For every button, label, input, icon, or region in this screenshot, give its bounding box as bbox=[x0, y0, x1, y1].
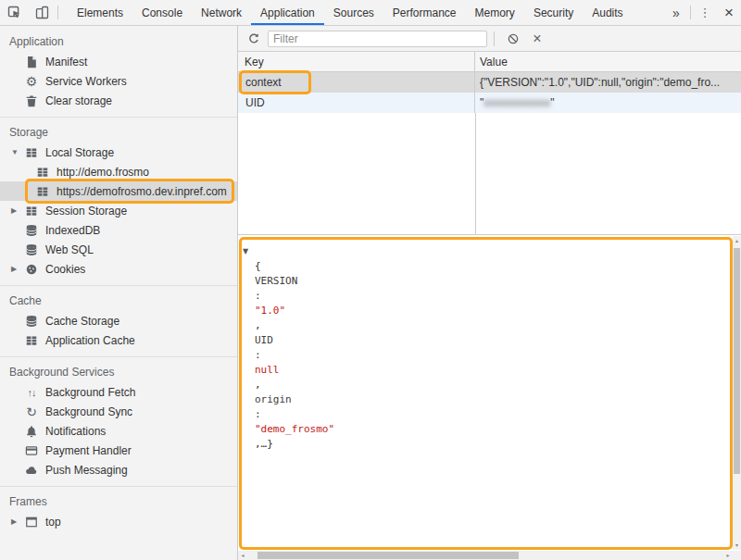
sidebar-item-session-storage[interactable]: ▶Session Storage bbox=[0, 201, 237, 220]
devtools-menu-kebab-icon[interactable]: ⋮ bbox=[693, 0, 717, 25]
devtools-window: ElementsConsoleNetworkApplicationSources… bbox=[0, 0, 741, 560]
cell-key: UID bbox=[238, 93, 475, 113]
tab-console[interactable]: Console bbox=[132, 0, 192, 25]
sidebar-item-label: Background Fetch bbox=[45, 386, 135, 399]
tab-sources[interactable]: Sources bbox=[324, 0, 383, 25]
scroll-down-icon[interactable]: ▾ bbox=[733, 541, 741, 550]
blurred-value: xxxxxxxxxxxx bbox=[484, 96, 550, 109]
sidebar-item-label: IndexedDB bbox=[45, 224, 100, 237]
storage-toolbar: × bbox=[238, 26, 741, 52]
vertical-scroll-thumb[interactable] bbox=[734, 248, 740, 474]
horizontal-scroll-thumb[interactable] bbox=[257, 552, 519, 559]
sidebar-section-background-services: Background Services↑↓Background Fetch↻Ba… bbox=[0, 356, 237, 486]
database-icon bbox=[24, 243, 39, 257]
tree-token: { bbox=[255, 259, 733, 274]
tab-memory[interactable]: Memory bbox=[466, 0, 524, 25]
column-divider[interactable] bbox=[475, 113, 476, 234]
sidebar-item-label: Clear storage bbox=[45, 94, 112, 107]
trash-icon bbox=[24, 93, 39, 108]
devtools-tabbar: ElementsConsoleNetworkApplicationSources… bbox=[0, 0, 741, 26]
tab-audits[interactable]: Audits bbox=[583, 0, 632, 25]
tree-token: , bbox=[255, 378, 733, 392]
clear-all-icon[interactable] bbox=[501, 28, 525, 50]
tab-elements[interactable]: Elements bbox=[68, 0, 132, 25]
filter-input[interactable] bbox=[268, 31, 487, 47]
sidebar-item-cookies[interactable]: ▶Cookies bbox=[0, 259, 237, 279]
json-preview-tree: ▼{VERSION: "1.0", UID: null, origin: "de… bbox=[238, 235, 733, 551]
sidebar-item-http-demo-frosmo[interactable]: http://demo.frosmo bbox=[0, 162, 237, 181]
vertical-scrollbar[interactable]: ▴ ▾ bbox=[733, 236, 741, 550]
expander-open-icon[interactable]: ▼ bbox=[11, 148, 24, 156]
sidebar-item-https-demofrosmo-dev-inpref-com[interactable]: https://demofrosmo.dev.inpref.com bbox=[0, 181, 237, 201]
tree-token: : bbox=[255, 289, 733, 304]
sidebar-item-label: Background Sync bbox=[45, 405, 132, 418]
tree-token: origin bbox=[255, 392, 733, 407]
tab-security[interactable]: Security bbox=[524, 0, 583, 25]
sidebar-item-label: Application Cache bbox=[45, 334, 135, 347]
storage-table-header: Key Value bbox=[238, 52, 741, 72]
sidebar-item-background-sync[interactable]: ↻Background Sync bbox=[0, 402, 237, 421]
sidebar-item-manifest[interactable]: Manifest bbox=[0, 52, 237, 71]
sidebar-item-indexeddb[interactable]: IndexedDB bbox=[0, 220, 237, 240]
sidebar-item-background-fetch[interactable]: ↑↓Background Fetch bbox=[0, 382, 237, 402]
sidebar-item-label: Notifications bbox=[45, 425, 106, 438]
column-header-value[interactable]: Value bbox=[475, 52, 741, 71]
table-row-uid[interactable]: UID"xxxxxxxxxxxx" bbox=[238, 93, 741, 113]
expander-open-icon[interactable]: ▼ bbox=[243, 244, 254, 259]
column-header-key[interactable]: Key bbox=[238, 52, 475, 71]
cell-value: "xxxxxxxxxxxx" bbox=[475, 93, 741, 113]
tab-strip: ElementsConsoleNetworkApplicationSources… bbox=[68, 0, 633, 25]
scroll-left-icon[interactable]: ◂ bbox=[238, 551, 247, 560]
sidebar-item-web-sql[interactable]: Web SQL bbox=[0, 240, 237, 259]
sidebar-item-label: Cache Storage bbox=[45, 315, 119, 328]
toolbar-separator bbox=[494, 31, 495, 46]
horizontal-scrollbar[interactable]: ◂ ▸ bbox=[238, 551, 733, 560]
sidebar-item-top[interactable]: ▶top bbox=[0, 512, 237, 531]
tab-application[interactable]: Application bbox=[251, 0, 324, 25]
delete-selected-icon[interactable]: × bbox=[525, 28, 549, 50]
tab-performance[interactable]: Performance bbox=[383, 0, 466, 25]
sidebar-item-clear-storage[interactable]: Clear storage bbox=[0, 91, 237, 110]
expander-closed-icon[interactable]: ▶ bbox=[11, 206, 24, 215]
scroll-up-icon[interactable]: ▴ bbox=[733, 236, 741, 245]
sidebar-section-storage: Storage▼Local Storagehttp://demo.frosmoh… bbox=[0, 117, 237, 285]
updown-icon: ↑↓ bbox=[24, 385, 39, 400]
database-icon bbox=[24, 223, 39, 238]
table-row-context[interactable]: context{"VERSION":"1.0","UID":null,"orig… bbox=[238, 72, 741, 93]
sidebar-item-push-messaging[interactable]: Push Messaging bbox=[0, 460, 237, 479]
bell-icon bbox=[24, 424, 39, 439]
sidebar-section-title: Storage bbox=[0, 122, 237, 143]
expander-closed-icon[interactable]: ▶ bbox=[11, 265, 24, 273]
sidebar-section-title: Frames bbox=[0, 492, 237, 512]
sidebar-item-application-cache[interactable]: Application Cache bbox=[0, 330, 237, 350]
sidebar-item-service-workers[interactable]: ⚙Service Workers bbox=[0, 71, 237, 91]
sidebar-section-title: Background Services bbox=[0, 362, 237, 382]
sidebar-section-frames: Frames▶top bbox=[0, 486, 237, 538]
close-devtools-icon[interactable]: × bbox=[717, 0, 741, 25]
tree-line: ▼{VERSION: "1.0", UID: null, origin: "de… bbox=[238, 244, 733, 551]
expander-closed-icon[interactable]: ▶ bbox=[11, 517, 24, 526]
toolbar-separator bbox=[57, 6, 58, 19]
more-tabs-icon[interactable]: » bbox=[664, 0, 688, 25]
sidebar-item-local-storage[interactable]: ▼Local Storage bbox=[0, 143, 237, 162]
tab-network[interactable]: Network bbox=[192, 0, 251, 25]
scroll-right-icon[interactable]: ▸ bbox=[723, 551, 733, 560]
inspect-element-icon[interactable] bbox=[0, 0, 28, 25]
cloud-icon bbox=[24, 463, 39, 478]
sidebar-item-notifications[interactable]: Notifications bbox=[0, 421, 237, 441]
frame-icon bbox=[24, 515, 39, 529]
sidebar-item-label: Web SQL bbox=[45, 243, 94, 256]
tree-token: ,…} bbox=[255, 437, 733, 452]
sidebar-item-payment-handler[interactable]: Payment Handler bbox=[0, 441, 237, 460]
device-toolbar-icon[interactable] bbox=[28, 0, 56, 25]
card-icon bbox=[24, 443, 39, 458]
sidebar-section-cache: CacheCache StorageApplication Cache bbox=[0, 285, 237, 356]
grid-icon bbox=[35, 165, 50, 180]
scrollbar-corner bbox=[733, 551, 741, 560]
tabbar-right-controls: » ⋮ × bbox=[664, 0, 741, 25]
grid-icon bbox=[24, 145, 39, 160]
sidebar-item-cache-storage[interactable]: Cache Storage bbox=[0, 311, 237, 330]
file-icon bbox=[24, 55, 39, 69]
refresh-icon[interactable] bbox=[242, 28, 266, 50]
tree-token: VERSION bbox=[255, 274, 733, 289]
